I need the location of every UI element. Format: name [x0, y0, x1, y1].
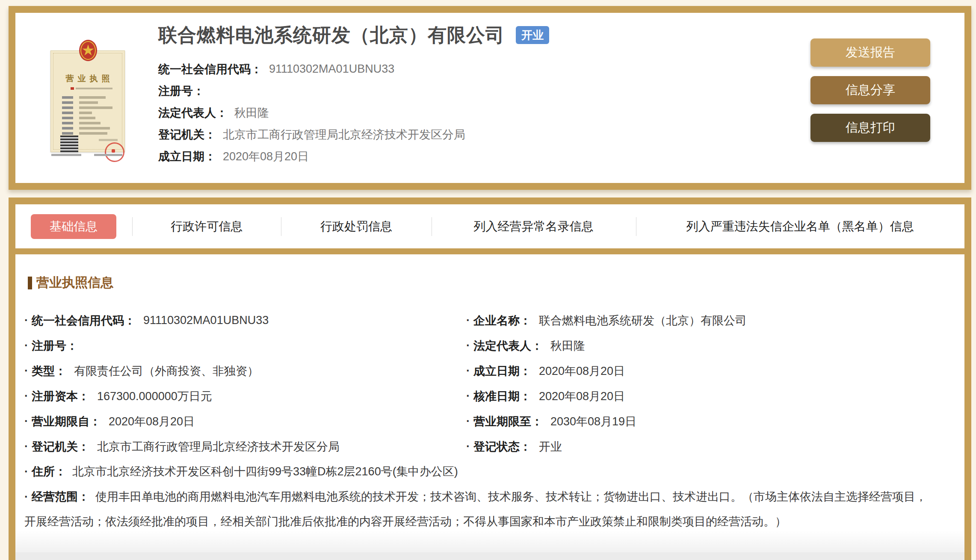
header-field-row: 注册号： [158, 80, 549, 102]
tab-bar: 基础信息行政许可信息行政处罚信息列入经营异常名录信息列入严重违法失信企业名单（黑… [15, 204, 964, 248]
info-label: 核准日期： [473, 389, 531, 404]
info-value: 使用丰田单电池的商用燃料电池汽车用燃料电池系统的技术开发；技术咨询、技术服务、技… [24, 490, 927, 528]
info-value: 有限责任公司（外商投资、非独资） [74, 363, 259, 379]
info-row-full: ·住所：北京市北京经济技术开发区科创十四街99号33幢D栋2层2160号(集中办… [24, 459, 935, 484]
info-row: · 营业期限至： 2030年08月19日 [466, 409, 947, 434]
info-row: · 类型： 有限责任公司（外商投资、非独资） [24, 358, 466, 383]
info-label: 营业期限至： [473, 414, 543, 429]
header-field-row: 成立日期： 2020年08月20日 [158, 145, 549, 167]
tab[interactable]: 行政许可信息 [132, 218, 281, 235]
field-value: 秋田隆 [234, 105, 269, 121]
license-info-grid: · 统一社会信用代码： 91110302MA01UBNU33 · 注册号： · … [24, 308, 947, 459]
page-title: 联合燃料电池系统研发（北京）有限公司 [158, 25, 505, 45]
bullet: · [24, 339, 28, 352]
section-title: 营业执照信息 [28, 274, 947, 292]
tab[interactable]: 基础信息 [31, 214, 116, 239]
license-title: 营业执照 [51, 73, 124, 84]
field-label: 统一社会信用代码： [158, 62, 262, 77]
business-license-image: 营业执照 [50, 39, 126, 163]
info-full-rows: ·住所：北京市北京经济技术开发区科创十四街99号33幢D栋2层2160号(集中办… [24, 459, 935, 534]
bullet: · [466, 415, 470, 428]
field-value: 2020年08月20日 [223, 149, 309, 164]
info-value: 2030年08月19日 [550, 414, 636, 429]
info-value: 联合燃料电池系统研发（北京）有限公司 [539, 313, 747, 328]
action-buttons: 发送报告信息分享信息打印 [810, 38, 930, 142]
field-label: 法定代表人： [158, 105, 228, 121]
header-fields: 统一社会信用代码： 91110302MA01UBNU33 注册号： 法定代表人：… [158, 58, 549, 167]
bullet: · [466, 440, 470, 453]
license-red-seal [105, 142, 124, 162]
bullet: · [466, 389, 470, 403]
info-label: 类型： [32, 363, 66, 379]
info-column-left: · 统一社会信用代码： 91110302MA01UBNU33 · 注册号： · … [24, 308, 466, 459]
info-column-right: · 企业名称： 联合燃料电池系统研发（北京）有限公司 · 法定代表人： 秋田隆 … [466, 308, 947, 459]
info-value: 2020年08月20日 [539, 389, 625, 404]
info-value: 2020年08月20日 [539, 363, 625, 379]
info-label: 营业期限自： [32, 414, 101, 429]
info-row: · 法定代表人： 秋田隆 [466, 333, 947, 358]
gold-divider [9, 248, 971, 254]
info-label: 统一社会信用代码： [32, 313, 136, 328]
field-label: 成立日期： [158, 149, 216, 164]
bullet: · [466, 339, 470, 352]
info-value: 2020年08月20日 [109, 414, 195, 429]
license-text-lines [62, 95, 115, 136]
bottom-fade [15, 530, 964, 552]
info-label: 成立日期： [473, 363, 531, 379]
info-row: · 注册号： [24, 333, 466, 358]
info-value: 秋田隆 [550, 338, 585, 354]
info-label: 登记机关： [32, 439, 89, 454]
info-label: 住所： [32, 465, 66, 478]
tab[interactable]: 行政处罚信息 [281, 218, 431, 235]
license-subtitle-line [76, 88, 112, 89]
action-button[interactable]: 发送报告 [810, 38, 930, 67]
license-qr-code [60, 136, 78, 153]
field-value: 91110302MA01UBNU33 [269, 62, 394, 76]
section-title-bar [28, 277, 32, 289]
info-row-full: ·经营范围：使用丰田单电池的商用燃料电池汽车用燃料电池系统的技术开发；技术咨询、… [24, 484, 935, 534]
info-value: 开业 [539, 439, 562, 454]
info-row: · 核准日期： 2020年08月20日 [466, 383, 947, 409]
action-button[interactable]: 信息打印 [810, 114, 930, 142]
info-value: 91110302MA01UBNU33 [143, 314, 269, 327]
license-paper: 营业执照 [50, 50, 125, 152]
status-badge: 开业 [516, 26, 549, 44]
info-value: 167300.000000万日元 [97, 389, 212, 404]
tab[interactable]: 列入严重违法失信企业名单（黑名单）信息 [636, 218, 964, 235]
bullet: · [24, 389, 28, 403]
detail-panel: 基础信息行政许可信息行政处罚信息列入经营异常名录信息列入严重违法失信企业名单（黑… [9, 197, 971, 560]
bullet: · [24, 314, 28, 327]
bullet: · [24, 465, 28, 478]
info-row: · 企业名称： 联合燃料电池系统研发（北京）有限公司 [466, 308, 947, 333]
info-row: · 登记状态： 开业 [466, 434, 947, 459]
national-emblem-icon [78, 39, 98, 62]
info-row: · 统一社会信用代码： 91110302MA01UBNU33 [24, 308, 466, 333]
info-value: 北京市工商行政管理局北京经济技术开发区分局 [97, 439, 340, 454]
action-button[interactable]: 信息分享 [810, 76, 930, 104]
info-label: 企业名称： [473, 313, 531, 328]
bullet: · [24, 490, 28, 503]
info-value: 北京市北京经济技术开发区科创十四街99号33幢D栋2层2160号(集中办公区) [72, 465, 458, 478]
info-label: 注册资本： [32, 389, 89, 404]
info-row: · 成立日期： 2020年08月20日 [466, 358, 947, 383]
field-label: 注册号： [158, 83, 204, 99]
info-row: · 登记机关： 北京市工商行政管理局北京经济技术开发区分局 [24, 434, 466, 459]
field-label: 登记机关： [158, 127, 216, 142]
info-label: 法定代表人： [473, 338, 543, 354]
license-caption-left [51, 154, 81, 156]
tab[interactable]: 列入经营异常名录信息 [432, 218, 636, 235]
header-field-row: 统一社会信用代码： 91110302MA01UBNU33 [158, 58, 549, 80]
info-label: 注册号： [32, 338, 78, 354]
license-caption-right [94, 154, 122, 156]
bullet: · [24, 415, 28, 428]
header-field-row: 法定代表人： 秋田隆 [158, 102, 549, 124]
bullet: · [24, 440, 28, 453]
company-header-panel: 营业执照 [9, 6, 971, 190]
bullet: · [466, 314, 470, 327]
info-row: · 营业期限自： 2020年08月20日 [24, 409, 466, 434]
license-seal-text [99, 139, 118, 141]
info-label: 经营范围： [32, 490, 89, 503]
bottom-gray-strip [15, 552, 964, 560]
info-row: · 注册资本： 167300.000000万日元 [24, 383, 466, 409]
field-value: 北京市工商行政管理局北京经济技术开发区分局 [223, 127, 465, 142]
